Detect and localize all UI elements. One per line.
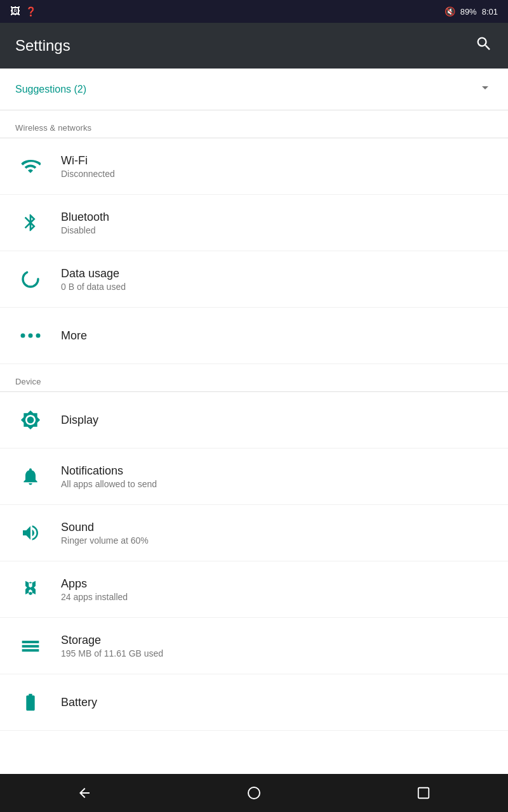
mute-icon: 🔇	[444, 6, 455, 16]
data-usage-title: Data usage	[61, 267, 126, 280]
notifications-subtitle: All apps allowed to send	[61, 479, 157, 489]
settings-item-bluetooth[interactable]: Bluetooth Disabled	[0, 195, 508, 251]
more-icon	[15, 320, 46, 351]
section-header-device: Device	[0, 364, 508, 392]
back-button[interactable]	[65, 780, 104, 806]
sound-text: Sound Ringer volume at 60%	[61, 521, 149, 546]
sound-title: Sound	[61, 521, 149, 534]
status-bar-right: 🔇 89% 8:01	[444, 6, 498, 16]
wifi-subtitle: Disconnected	[61, 169, 115, 179]
display-text: Display	[61, 414, 98, 427]
apps-text: Apps 24 apps installed	[61, 577, 128, 602]
settings-item-more[interactable]: More	[0, 308, 508, 364]
bluetooth-icon	[15, 207, 46, 238]
app-bar: Settings	[0, 23, 508, 69]
display-icon	[15, 405, 46, 435]
svg-point-0	[23, 272, 38, 287]
status-bar-left: 🖼 ❓	[10, 6, 36, 17]
signal-icon: ❓	[25, 6, 36, 16]
data-usage-text: Data usage 0 B of data used	[61, 267, 126, 292]
clock: 8:01	[482, 7, 498, 16]
more-title: More	[61, 329, 87, 343]
apps-icon	[15, 574, 46, 605]
storage-text: Storage 195 MB of 11.61 GB used	[61, 634, 163, 658]
settings-item-data-usage[interactable]: Data usage 0 B of data used	[0, 251, 508, 308]
notifications-title: Notifications	[61, 464, 157, 478]
page-title: Settings	[15, 37, 70, 55]
battery-text: Battery	[61, 696, 97, 709]
recents-button[interactable]	[404, 780, 443, 806]
wifi-title: Wi-Fi	[61, 154, 115, 167]
wifi-icon	[15, 151, 46, 181]
settings-item-sound[interactable]: Sound Ringer volume at 60%	[0, 505, 508, 561]
display-title: Display	[61, 414, 98, 427]
suggestions-row[interactable]: Suggestions (2)	[0, 69, 508, 110]
suggestions-label: Suggestions (2)	[15, 84, 86, 95]
notifications-icon	[15, 461, 46, 492]
svg-point-3	[36, 334, 41, 338]
svg-point-2	[29, 334, 33, 338]
settings-item-apps[interactable]: Apps 24 apps installed	[0, 561, 508, 618]
settings-item-storage[interactable]: Storage 195 MB of 11.61 GB used	[0, 618, 508, 674]
data-usage-icon	[15, 264, 46, 294]
section-header-wireless: Wireless & networks	[0, 110, 508, 138]
battery-icon	[15, 687, 46, 717]
notifications-text: Notifications All apps allowed to send	[61, 464, 157, 489]
apps-subtitle: 24 apps installed	[61, 592, 128, 602]
settings-item-display[interactable]: Display	[0, 392, 508, 449]
svg-rect-5	[418, 788, 429, 799]
status-bar: 🖼 ❓ 🔇 89% 8:01	[0, 0, 508, 23]
storage-subtitle: 195 MB of 11.61 GB used	[61, 648, 163, 658]
svg-point-4	[248, 787, 260, 799]
battery-indicator: 89%	[460, 7, 477, 16]
settings-item-wifi[interactable]: Wi-Fi Disconnected	[0, 138, 508, 195]
settings-content: Suggestions (2) Wireless & networks Wi-F…	[0, 69, 508, 774]
sound-subtitle: Ringer volume at 60%	[61, 535, 149, 546]
photo-icon: 🖼	[10, 6, 20, 17]
settings-item-battery[interactable]: Battery	[0, 674, 508, 731]
bluetooth-text: Bluetooth Disabled	[61, 211, 109, 235]
more-text: More	[61, 329, 87, 343]
navigation-bar	[0, 774, 508, 812]
apps-title: Apps	[61, 577, 128, 591]
svg-point-1	[21, 334, 25, 338]
wifi-text: Wi-Fi Disconnected	[61, 154, 115, 179]
search-icon	[475, 35, 493, 53]
bluetooth-title: Bluetooth	[61, 211, 109, 224]
sound-icon	[15, 518, 46, 548]
home-button[interactable]	[235, 780, 273, 806]
chevron-down-icon	[478, 80, 493, 98]
storage-icon	[15, 631, 46, 661]
battery-title: Battery	[61, 696, 97, 709]
settings-item-notifications[interactable]: Notifications All apps allowed to send	[0, 449, 508, 505]
data-usage-subtitle: 0 B of data used	[61, 282, 126, 292]
search-button[interactable]	[475, 35, 493, 57]
storage-title: Storage	[61, 634, 163, 647]
bluetooth-subtitle: Disabled	[61, 225, 109, 235]
